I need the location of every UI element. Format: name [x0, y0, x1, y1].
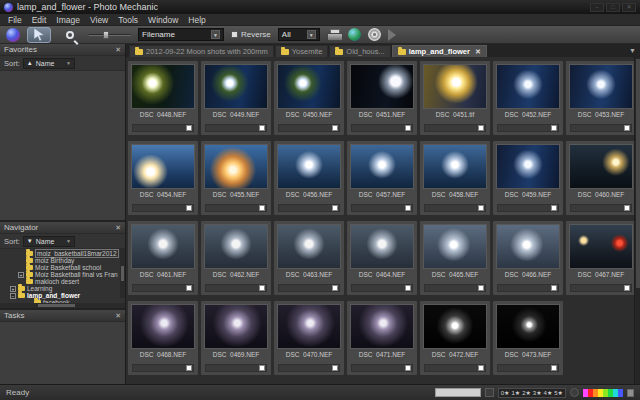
checkbox-icon[interactable]: [231, 31, 238, 38]
expander-icon[interactable]: +: [18, 272, 24, 278]
thumbnail-cell[interactable]: DSC_0465.NEF: [420, 221, 490, 295]
color-sphere-icon[interactable]: [6, 28, 20, 42]
select-checkbox[interactable]: [478, 285, 484, 291]
navigator-sort-select[interactable]: ▼ Name ▼: [23, 236, 75, 247]
expander-icon[interactable]: +: [10, 286, 16, 292]
color-filter-toggle-icon[interactable]: [570, 388, 579, 397]
thumbnail-cell[interactable]: DSC_0451.NEF: [347, 61, 417, 135]
photo-thumbnail[interactable]: [350, 144, 414, 189]
photo-thumbnail[interactable]: [277, 144, 341, 189]
tab-yosemite[interactable]: Yosemite: [275, 45, 329, 57]
select-checkbox[interactable]: [478, 125, 484, 131]
thumbnail-size-slider[interactable]: [89, 27, 131, 43]
thumbnail-cell[interactable]: DSC_0462.NEF: [201, 221, 271, 295]
photo-thumbnail[interactable]: [131, 144, 195, 189]
tree-horizontal-scrollbar[interactable]: [0, 303, 125, 308]
tab-2012-09-22-moon-shots-with-200mm[interactable]: 2012-09-22 Moon shots with 200mm: [129, 45, 274, 57]
photo-thumbnail[interactable]: [496, 64, 560, 109]
thumbnail-cell[interactable]: DSC_0469.NEF: [201, 301, 271, 375]
select-checkbox[interactable]: [186, 205, 192, 211]
sort-by-select[interactable]: Filename ▼: [138, 28, 224, 41]
photo-thumbnail[interactable]: [569, 64, 633, 109]
slider-handle[interactable]: [103, 31, 109, 39]
photo-thumbnail[interactable]: [569, 224, 633, 269]
reverse-checkbox[interactable]: Reverse: [231, 30, 271, 39]
menu-edit[interactable]: Edit: [27, 15, 52, 25]
zoom-tool-button[interactable]: [58, 27, 82, 43]
print-icon[interactable]: [327, 29, 341, 40]
select-tool-button[interactable]: [27, 27, 51, 43]
photo-thumbnail[interactable]: [204, 144, 268, 189]
minimize-button[interactable]: –: [590, 3, 604, 12]
rating-filter-toggle-icon[interactable]: [485, 388, 494, 397]
star-filter-3[interactable]: 3★: [533, 389, 542, 396]
photo-thumbnail[interactable]: [569, 144, 633, 189]
select-checkbox[interactable]: [259, 205, 265, 211]
chevron-down-icon[interactable]: ▼: [66, 60, 71, 66]
select-checkbox[interactable]: [259, 285, 265, 291]
burn-disc-icon[interactable]: [368, 28, 381, 41]
chevron-down-icon[interactable]: ▼: [66, 238, 71, 244]
photo-thumbnail[interactable]: [277, 304, 341, 349]
select-checkbox[interactable]: [332, 205, 338, 211]
thumbnail-cell[interactable]: DSC_0472.NEF: [420, 301, 490, 375]
photo-thumbnail[interactable]: [496, 224, 560, 269]
favorites-sort-select[interactable]: ▲ Name ▼: [23, 58, 75, 69]
select-checkbox[interactable]: [186, 285, 192, 291]
select-checkbox[interactable]: [259, 125, 265, 131]
select-checkbox[interactable]: [405, 285, 411, 291]
scroll-thumb[interactable]: [636, 59, 640, 288]
photo-thumbnail[interactable]: [423, 144, 487, 189]
select-checkbox[interactable]: [332, 285, 338, 291]
tree-item[interactable]: Moiz Basketball school: [0, 264, 120, 271]
select-checkbox[interactable]: [186, 365, 192, 371]
color-class-none-swatch[interactable]: [627, 389, 634, 397]
menu-help[interactable]: Help: [183, 15, 210, 25]
thumbnail-cell[interactable]: DSC_0471.NEF: [347, 301, 417, 375]
thumbnail-cell[interactable]: DSC_0455.NEF: [201, 141, 271, 215]
scroll-thumb[interactable]: [121, 266, 124, 281]
photo-thumbnail[interactable]: [131, 304, 195, 349]
select-checkbox[interactable]: [624, 125, 630, 131]
star-filter-2[interactable]: 2★: [522, 389, 531, 396]
select-checkbox[interactable]: [624, 205, 630, 211]
select-checkbox[interactable]: [405, 205, 411, 211]
tree-item[interactable]: moiz_basketball18mar2012: [0, 250, 120, 257]
photo-thumbnail[interactable]: [277, 224, 341, 269]
menu-window[interactable]: Window: [143, 15, 183, 25]
thumbnail-cell[interactable]: DSC_0466.NEF: [493, 221, 563, 295]
thumbnail-cell[interactable]: DSC_0461.NEF: [128, 221, 198, 295]
menu-file[interactable]: File: [3, 15, 27, 25]
menu-image[interactable]: Image: [51, 15, 85, 25]
thumbnail-cell[interactable]: DSC_0473.NEF: [493, 301, 563, 375]
select-checkbox[interactable]: [478, 365, 484, 371]
select-checkbox[interactable]: [624, 285, 630, 291]
photo-thumbnail[interactable]: [204, 64, 268, 109]
thumbnail-cell[interactable]: DSC_0454.NEF: [128, 141, 198, 215]
thumbnail-cell[interactable]: DSC_0452.NEF: [493, 61, 563, 135]
select-checkbox[interactable]: [259, 365, 265, 371]
color-class-swatch[interactable]: [618, 389, 623, 397]
thumbnail-cell[interactable]: DSC_0459.NEF: [493, 141, 563, 215]
star-filter-4[interactable]: 4★: [544, 389, 553, 396]
scroll-thumb[interactable]: [38, 304, 76, 307]
thumbnail-cell[interactable]: DSC_0467.NEF: [566, 221, 636, 295]
close-button[interactable]: ✕: [622, 3, 636, 12]
grid-scrollbar[interactable]: [634, 57, 640, 384]
thumbnail-cell[interactable]: DSC_0457.NEF: [347, 141, 417, 215]
select-checkbox[interactable]: [551, 205, 557, 211]
menu-tools[interactable]: Tools: [113, 15, 143, 25]
photo-thumbnail[interactable]: [204, 224, 268, 269]
select-checkbox[interactable]: [332, 365, 338, 371]
maximize-button[interactable]: □: [606, 3, 620, 12]
web-upload-icon[interactable]: [348, 28, 361, 41]
photo-thumbnail[interactable]: [350, 304, 414, 349]
thumbnail-cell[interactable]: DSC_0453.NEF: [566, 61, 636, 135]
select-checkbox[interactable]: [405, 125, 411, 131]
thumbnail-cell[interactable]: DSC_0470.NEF: [274, 301, 344, 375]
star-filter-5[interactable]: 5★: [554, 389, 563, 396]
thumbnail-cell[interactable]: DSC_0456.NEF: [274, 141, 344, 215]
tree-item[interactable]: +Moiz Basketball final vs Fran: [0, 271, 120, 278]
tree-vertical-scrollbar[interactable]: [120, 249, 125, 298]
tab-old-hous[interactable]: Old_hous...: [329, 45, 390, 57]
